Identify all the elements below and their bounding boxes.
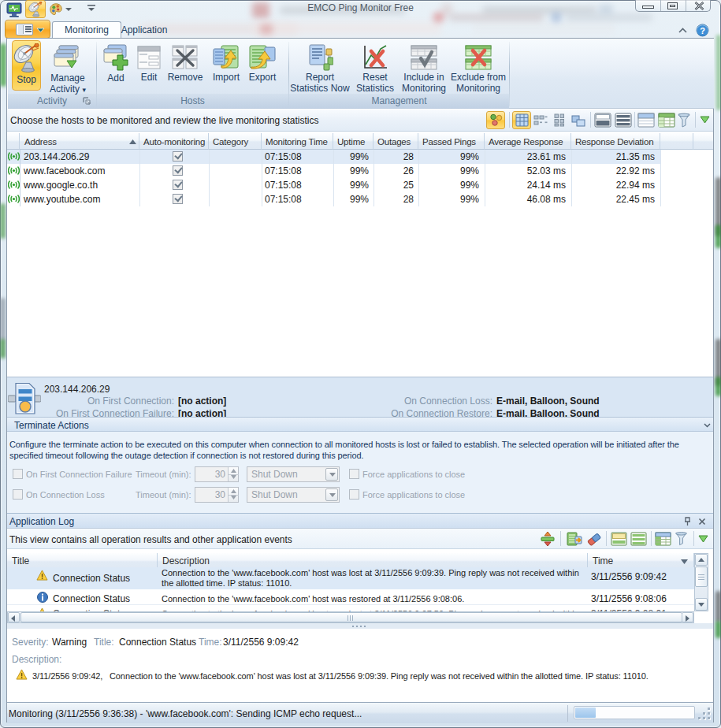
svg-text:?: ?: [700, 26, 705, 35]
